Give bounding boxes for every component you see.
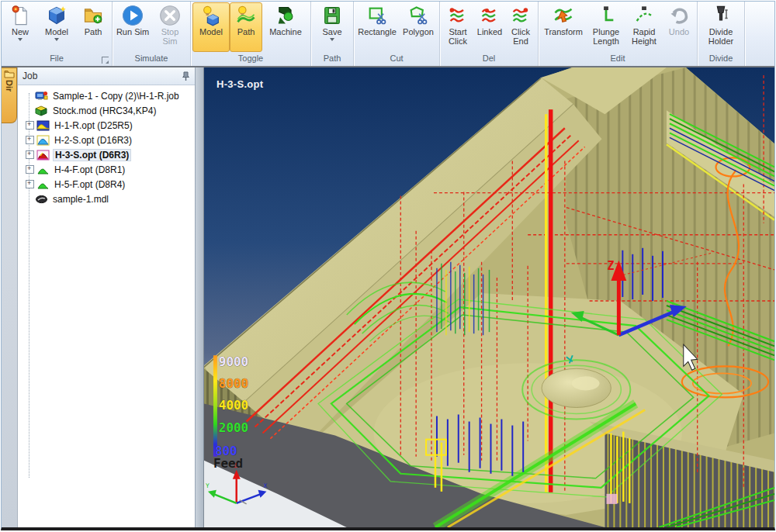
group-label-simulate: Simulate: [135, 54, 168, 63]
model-label: Model: [45, 27, 68, 36]
toggle-machine-label: Machine: [269, 27, 302, 36]
expander-icon[interactable]: [26, 180, 34, 188]
tree-item-h5f[interactable]: H-5-F.opt (D8R4): [26, 177, 195, 192]
cut-rectangle-label: Rectangle: [358, 27, 397, 36]
save-button[interactable]: Save: [313, 2, 352, 52]
start-click-icon: [447, 5, 469, 26]
h5f-surface-icon: [36, 179, 50, 190]
tree-item-stock[interactable]: Stock.mod (HRC34,KP4): [26, 103, 195, 118]
h3s-surface-icon: [36, 150, 50, 161]
dialog-launcher-icon[interactable]: [102, 57, 109, 64]
new-dropdown-caret-icon[interactable]: [18, 38, 23, 41]
job-panel: Job Sample-1 - Copy (2)\H-1-R.job Stock.…: [18, 67, 196, 527]
pin-icon[interactable]: [182, 71, 190, 81]
del-click-end-button[interactable]: Click End: [505, 2, 536, 52]
expander-icon[interactable]: [26, 150, 34, 159]
toggle-model-label: Model: [199, 27, 223, 36]
expander-icon[interactable]: [26, 121, 34, 130]
polygon-cut-icon: [407, 5, 429, 26]
ribbon-group-divide: Divide Holder Divide: [698, 2, 745, 66]
job-panel-header: Job: [18, 67, 195, 85]
ribbon-group-toggle: Model Path Machine Toggle: [191, 2, 311, 66]
undo-icon: [668, 5, 690, 26]
dir-tab-label: Dir: [5, 80, 14, 92]
model-button[interactable]: Model: [37, 2, 76, 52]
new-label: New: [12, 27, 29, 36]
tree-item-h4f[interactable]: H-4-F.opt (D8R1): [26, 162, 195, 177]
group-label-toggle: Toggle: [238, 54, 263, 63]
tree-item-label: H-3-S.opt (D6R3): [53, 149, 131, 161]
run-sim-button[interactable]: Run Sim: [114, 2, 151, 52]
plunge-length-button[interactable]: Plunge Length: [587, 2, 625, 52]
ribbon-group-path: Save Path: [311, 2, 354, 66]
feed-legend-title: Feed: [213, 456, 243, 471]
panel-splitter[interactable]: [196, 67, 204, 527]
stop-sim-button[interactable]: Stop Sim: [151, 2, 189, 52]
transform-button[interactable]: Transform: [540, 2, 587, 52]
del-linked-button[interactable]: Linked: [474, 2, 505, 52]
save-dropdown-caret-icon[interactable]: [330, 38, 334, 41]
viewport-active-path-label: H-3-S.opt: [217, 78, 263, 90]
h4f-surface-icon: [36, 164, 50, 175]
origin-x-label: X: [263, 482, 267, 489]
stop-sim-icon: [159, 5, 181, 26]
tree-item-job-file[interactable]: Sample-1 - Copy (2)\H-1-R.job: [26, 88, 195, 103]
feed-value-4000: 4000: [219, 398, 248, 413]
new-document-icon: [9, 5, 31, 26]
h2s-surface-icon: [36, 135, 50, 146]
rapid-height-button[interactable]: Rapid Height: [625, 2, 663, 52]
toggle-model-button[interactable]: Model: [192, 2, 230, 52]
del-start-click-button[interactable]: Start Click: [442, 2, 474, 52]
ribbon-group-cut: Rectangle Polygon Cut: [354, 2, 440, 66]
cut-polygon-button[interactable]: Polygon: [399, 2, 438, 52]
divide-holder-button[interactable]: Divide Holder: [699, 2, 743, 52]
dir-strip: Dir: [2, 67, 18, 527]
ribbon-filler: [745, 2, 774, 66]
stop-sim-label: Stop Sim: [153, 27, 187, 46]
rapid-height-icon: [633, 5, 655, 26]
group-label-divide: Divide: [709, 54, 733, 63]
machine-icon: [275, 5, 296, 26]
del-start-click-label: Start Click: [443, 27, 473, 46]
h1r-surface-icon: [36, 120, 50, 131]
transform-label: Transform: [544, 27, 583, 36]
tree-item-model-file[interactable]: sample-1.mdl: [26, 192, 195, 206]
group-label-del: Del: [483, 54, 496, 63]
dir-folder-icon: [4, 70, 15, 78]
group-label-edit: Edit: [611, 54, 625, 63]
tree-item-label: Stock.mod (HRC34,KP4): [51, 105, 158, 116]
tree-item-h3s-selected[interactable]: H-3-S.opt (D6R3): [26, 147, 195, 162]
click-end-icon: [510, 5, 532, 26]
plunge-length-icon: [595, 5, 617, 26]
tree-item-h1r[interactable]: H-1-R.opt (D25R5): [26, 118, 195, 133]
toggle-path-button[interactable]: Path: [230, 2, 262, 52]
expander-icon[interactable]: [26, 165, 34, 174]
divide-holder-label: Divide Holder: [701, 27, 741, 46]
undo-button[interactable]: Undo: [663, 2, 695, 52]
plunge-length-label: Plunge Length: [588, 27, 624, 46]
expander-icon[interactable]: [26, 136, 34, 144]
path-open-label: Path: [85, 27, 102, 36]
dir-tab[interactable]: Dir: [2, 67, 17, 123]
cut-rectangle-button[interactable]: Rectangle: [355, 2, 399, 52]
model-dropdown-caret-icon[interactable]: [54, 38, 59, 41]
ribbon-group-file: New Model Path File: [2, 2, 113, 66]
run-sim-play-icon: [122, 5, 144, 26]
path-open-button[interactable]: Path: [76, 2, 110, 52]
ribbon-group-simulate: Run Sim Stop Sim Simulate: [113, 2, 191, 66]
save-label: Save: [322, 27, 341, 36]
tree-item-label: sample-1.mdl: [51, 194, 110, 205]
ribbon-group-del: Start Click Linked Click End Del: [440, 2, 539, 66]
viewport-3d[interactable]: Z Z X Y 9000: [204, 67, 774, 527]
job-tree: Sample-1 - Copy (2)\H-1-R.job Stock.mod …: [18, 85, 195, 527]
toggle-model-icon: [200, 5, 222, 26]
tree-item-h2s[interactable]: H-2-S.opt (D16R3): [26, 133, 195, 147]
toggle-path-label: Path: [237, 27, 255, 36]
new-button[interactable]: New: [3, 2, 37, 52]
tree-item-label: H-2-S.opt (D16R3): [53, 135, 133, 146]
model-cube-icon: [46, 5, 68, 26]
transform-icon: [553, 5, 574, 26]
feed-value-2000: 2000: [219, 420, 248, 435]
save-floppy-icon: [321, 5, 343, 26]
toggle-machine-button[interactable]: Machine: [262, 2, 309, 52]
